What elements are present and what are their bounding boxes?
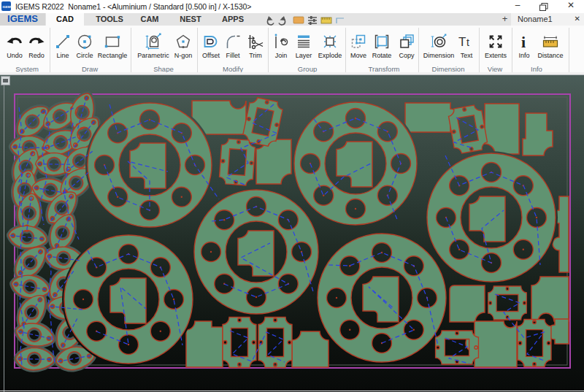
svg-text:t: t	[466, 36, 469, 48]
svg-text:i: i	[521, 33, 526, 50]
svg-text:T: T	[458, 35, 466, 49]
